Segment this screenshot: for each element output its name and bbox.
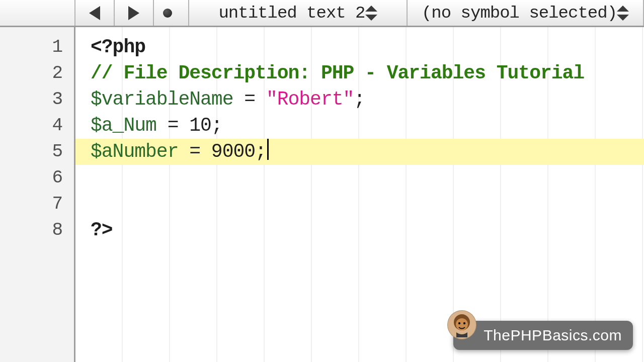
chevron-right-icon xyxy=(128,6,139,20)
watermark-badge: ThePHPBasics.com xyxy=(453,321,633,350)
code-area[interactable]: <?php// File Description: PHP - Variable… xyxy=(75,27,644,362)
line-number: 2 xyxy=(0,60,74,86)
code-token: $variableName xyxy=(91,88,233,110)
chevron-left-icon xyxy=(89,6,100,20)
avatar xyxy=(447,310,476,339)
svg-point-3 xyxy=(463,322,465,324)
svg-point-2 xyxy=(458,322,460,324)
dot-icon xyxy=(163,9,172,18)
code-token: $a_Num xyxy=(91,115,156,136)
line-number-gutter: 12345678 xyxy=(0,27,75,362)
code-token: ; xyxy=(211,115,222,136)
code-line[interactable]: <?php xyxy=(75,34,644,60)
code-token: ; xyxy=(354,88,365,110)
nav-back-button[interactable] xyxy=(75,0,115,26)
code-token: <?php xyxy=(91,36,145,58)
code-token: ; xyxy=(255,141,266,162)
updown-icon xyxy=(365,6,377,21)
text-cursor xyxy=(267,139,269,160)
line-number: 7 xyxy=(0,191,74,217)
code-editor[interactable]: 12345678 <?php// File Description: PHP -… xyxy=(0,27,644,362)
code-line[interactable] xyxy=(75,165,644,191)
line-number: 8 xyxy=(0,217,74,243)
line-number: 3 xyxy=(0,86,74,113)
line-number: 4 xyxy=(0,113,74,139)
watermark-text: ThePHPBasics.com xyxy=(484,327,622,344)
editor-toolbar: untitled text 2 (no symbol selected) xyxy=(0,0,644,27)
line-number: 1 xyxy=(0,34,74,60)
symbol-label: (no symbol selected) xyxy=(422,4,617,23)
code-token: "Robert" xyxy=(266,88,354,110)
line-number: 6 xyxy=(0,165,74,191)
code-token: 10 xyxy=(189,115,211,136)
symbol-dropdown[interactable]: (no symbol selected) xyxy=(408,0,644,26)
code-line[interactable]: $aNumber = 9000; xyxy=(75,139,644,165)
code-token: $aNumber xyxy=(91,141,178,162)
code-line[interactable]: $variableName = "Robert"; xyxy=(75,86,644,113)
code-line[interactable] xyxy=(75,191,644,217)
code-token: = xyxy=(233,88,266,110)
unsaved-indicator xyxy=(154,0,189,26)
code-line[interactable]: // File Description: PHP - Variables Tut… xyxy=(75,60,644,86)
nav-forward-button[interactable] xyxy=(115,0,154,26)
code-token: // File Description: PHP - Variables Tut… xyxy=(91,62,584,84)
code-token: ?> xyxy=(91,219,113,241)
toolbar-gutter-spacer xyxy=(0,0,75,26)
code-line[interactable]: ?> xyxy=(75,217,644,243)
file-name-label: untitled text 2 xyxy=(218,4,365,23)
code-token: = xyxy=(178,141,211,162)
updown-icon xyxy=(617,6,629,21)
file-dropdown[interactable]: untitled text 2 xyxy=(189,0,408,26)
code-line[interactable]: $a_Num = 10; xyxy=(75,113,644,139)
code-token: 9000 xyxy=(211,141,255,162)
line-number: 5 xyxy=(0,139,74,165)
code-token: = xyxy=(156,115,189,136)
